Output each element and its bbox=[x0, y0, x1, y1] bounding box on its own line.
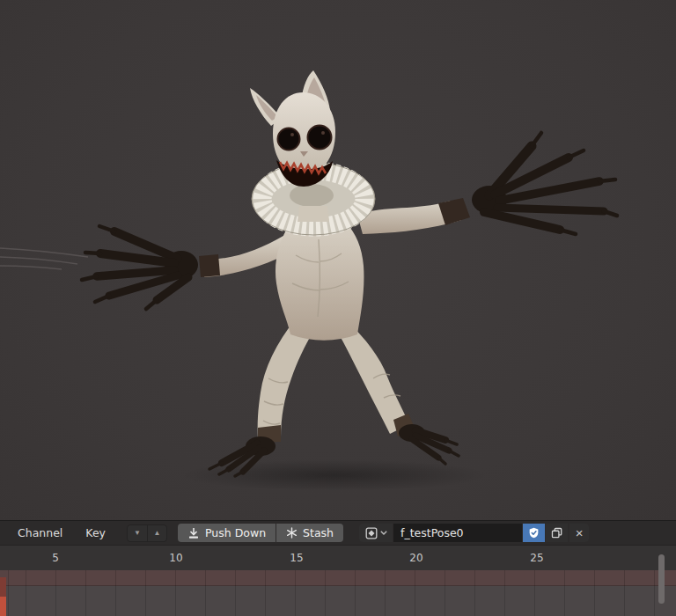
viewport-3d[interactable] bbox=[0, 0, 676, 520]
menu-key[interactable]: Key bbox=[78, 524, 113, 542]
channel-color-tag-top bbox=[0, 577, 6, 597]
stash-button[interactable]: Stash bbox=[276, 524, 343, 542]
blender-window: Channel Key ▼ ▲ Push Down bbox=[0, 0, 676, 616]
frame-label-20: 20 bbox=[409, 552, 422, 564]
action-name-input[interactable] bbox=[393, 524, 522, 542]
frame-label-10: 10 bbox=[169, 552, 182, 564]
frame-label-25: 25 bbox=[530, 552, 543, 564]
action-icon bbox=[365, 527, 378, 539]
channel-color-tag-bottom bbox=[0, 597, 6, 616]
snowflake-icon bbox=[286, 527, 298, 539]
triangle-up-icon: ▲ bbox=[154, 529, 161, 537]
new-copy-button[interactable] bbox=[546, 524, 568, 542]
chevron-down-icon bbox=[380, 531, 387, 535]
move-up-button[interactable]: ▲ bbox=[147, 525, 166, 541]
channel-move-group: ▼ ▲ bbox=[127, 524, 167, 542]
action-datablock-selector: × bbox=[359, 524, 589, 542]
push-down-label: Push Down bbox=[205, 526, 266, 539]
summary-row[interactable] bbox=[0, 570, 676, 586]
stash-label: Stash bbox=[303, 526, 334, 539]
dope-sheet-header: Channel Key ▼ ▲ Push Down bbox=[0, 520, 676, 546]
unlink-button[interactable]: × bbox=[569, 524, 589, 542]
menu-channel[interactable]: Channel bbox=[11, 524, 70, 542]
action-browse-button[interactable] bbox=[359, 524, 393, 542]
timeline-ruler[interactable]: 5 10 15 20 25 bbox=[0, 546, 676, 570]
vertical-scrollbar[interactable] bbox=[658, 554, 665, 604]
push-down-icon bbox=[187, 527, 200, 539]
channel-area[interactable] bbox=[0, 570, 676, 616]
close-icon: × bbox=[576, 526, 584, 539]
fake-user-button[interactable] bbox=[523, 524, 545, 542]
creature-model bbox=[0, 0, 676, 520]
shield-check-icon bbox=[528, 527, 540, 539]
frame-label-15: 15 bbox=[290, 552, 303, 564]
creature-head bbox=[250, 70, 335, 187]
channel-rows[interactable] bbox=[0, 586, 676, 616]
triangle-down-icon: ▼ bbox=[134, 529, 141, 537]
push-down-button[interactable]: Push Down bbox=[178, 524, 276, 542]
copy-icon bbox=[551, 527, 562, 539]
frame-label-5: 5 bbox=[52, 552, 59, 564]
move-down-button[interactable]: ▼ bbox=[128, 525, 147, 541]
action-operations: Push Down Stash bbox=[178, 524, 343, 542]
